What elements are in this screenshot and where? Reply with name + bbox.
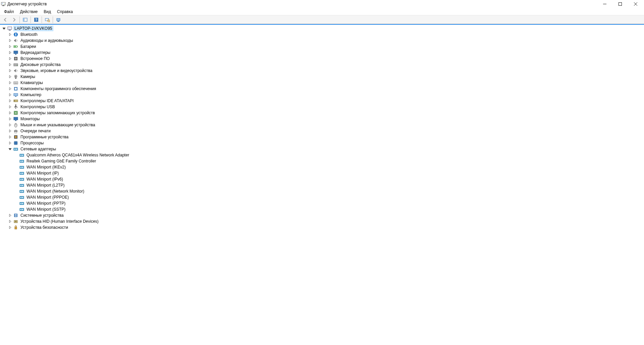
tree-category-node[interactable]: Аудиовходы и аудиовыходы (1, 38, 644, 44)
tree-category-node[interactable]: Видеоадаптеры (1, 50, 644, 56)
tree-device-label[interactable]: Realtek Gaming GbE Family Controller (25, 158, 97, 164)
tree-category-label[interactable]: Сетевые адаптеры (19, 146, 57, 152)
tree-category-node[interactable]: Контроллеры запоминающих устройств (1, 110, 644, 116)
tree-category-node[interactable]: Процессоры (1, 140, 644, 146)
tree-category-label[interactable]: Мониторы (19, 116, 41, 122)
expand-collapse-icon[interactable] (7, 98, 13, 104)
tree-category-label[interactable]: Встроенное ПО (19, 56, 51, 61)
tree-category-node[interactable]: Устройства безопасности (1, 224, 644, 230)
expand-collapse-icon[interactable] (7, 74, 13, 79)
tree-category-node[interactable]: Устройства HID (Human Interface Devices) (1, 218, 644, 224)
tree-device-node[interactable]: WAN Miniport (IKEv2) (1, 164, 644, 170)
expand-collapse-icon[interactable] (7, 50, 13, 55)
tree-category-label[interactable]: Клавиатуры (19, 80, 44, 85)
expand-collapse-icon[interactable] (7, 44, 13, 49)
expand-collapse-icon[interactable] (7, 219, 13, 224)
tree-category-node[interactable]: Системные устройства (1, 212, 644, 218)
expand-collapse-icon[interactable] (7, 104, 13, 110)
expand-collapse-icon[interactable] (7, 80, 13, 85)
expand-collapse-icon[interactable] (7, 68, 13, 73)
expand-collapse-icon[interactable] (7, 213, 13, 218)
tree-category-label[interactable]: Контроллеры запоминающих устройств (19, 110, 96, 116)
help-button[interactable]: ? (32, 16, 40, 23)
tree-root-label[interactable]: LAPTOP-1VKVKO95 (13, 26, 53, 31)
tree-category-node[interactable]: Встроенное ПО (1, 56, 644, 62)
minimize-button[interactable] (597, 0, 612, 8)
tree-device-label[interactable]: WAN Miniport (PPPOE) (25, 195, 70, 200)
tree-device-label[interactable]: WAN Miniport (IKEv2) (25, 164, 67, 170)
expand-collapse-icon[interactable] (7, 86, 13, 91)
tree-category-label[interactable]: Видеоадаптеры (19, 50, 51, 55)
tree-category-label[interactable]: Звуковые, игровые и видеоустройства (19, 68, 93, 73)
expand-collapse-icon[interactable] (7, 110, 13, 116)
tree-category-node[interactable]: Контроллеры IDE ATA/ATAPI (1, 98, 644, 104)
menu-view[interactable]: Вид (41, 9, 54, 15)
tree-device-label[interactable]: WAN Miniport (L2TP) (25, 183, 66, 188)
tree-device-label[interactable]: WAN Miniport (Network Monitor) (25, 189, 85, 194)
expand-collapse-icon[interactable] (7, 62, 13, 67)
tree-category-label[interactable]: Компьютер (19, 92, 42, 97)
tree-device-node[interactable]: WAN Miniport (IP) (1, 170, 644, 176)
tree-device-node[interactable]: WAN Miniport (PPTP) (1, 200, 644, 206)
tree-category-node[interactable]: Контроллеры USB (1, 104, 644, 110)
tree-category-node[interactable]: Сетевые адаптеры (1, 146, 644, 152)
tree-device-label[interactable]: Qualcomm Atheros QCA61x4A Wireless Netwo… (25, 152, 130, 158)
tree-category-label[interactable]: Очереди печати (19, 128, 52, 134)
close-button[interactable] (628, 0, 643, 8)
tree-category-node[interactable]: Очереди печати (1, 128, 644, 134)
tree-category-node[interactable]: Мониторы (1, 116, 644, 122)
tree-device-node[interactable]: Realtek Gaming GbE Family Controller (1, 158, 644, 164)
menu-file[interactable]: Файл (1, 9, 17, 15)
scan-hardware-button[interactable] (43, 16, 51, 23)
tree-category-node[interactable]: Bluetooth (1, 31, 644, 38)
tree-category-node[interactable]: Камеры (1, 74, 644, 80)
forward-button[interactable] (10, 16, 18, 23)
tree-category-label[interactable]: Мыши и иные указывающие устройства (19, 122, 96, 128)
expand-collapse-icon[interactable] (7, 32, 13, 37)
expand-collapse-icon[interactable] (7, 225, 13, 230)
expand-collapse-icon[interactable] (7, 134, 13, 140)
show-hide-console-tree-button[interactable] (21, 16, 29, 23)
tree-category-label[interactable]: Системные устройства (19, 213, 65, 218)
tree-category-node[interactable]: Клавиатуры (1, 80, 644, 86)
tree-device-node[interactable]: WAN Miniport (SSTP) (1, 206, 644, 212)
tree-device-node[interactable]: WAN Miniport (IPv6) (1, 176, 644, 182)
tree-category-node[interactable]: Дисковые устройства (1, 62, 644, 68)
tree-category-label[interactable]: Контроллеры IDE ATA/ATAPI (19, 98, 75, 104)
expand-collapse-icon[interactable] (7, 38, 13, 43)
tree-device-node[interactable]: Qualcomm Atheros QCA61x4A Wireless Netwo… (1, 152, 644, 158)
expand-collapse-icon[interactable] (1, 26, 7, 31)
tree-category-label[interactable]: Программные устройства (19, 134, 69, 140)
tree-category-node[interactable]: Программные устройства (1, 134, 644, 140)
tree-category-label[interactable]: Контроллеры USB (19, 104, 56, 110)
expand-collapse-icon[interactable] (7, 128, 13, 134)
tree-device-node[interactable]: WAN Miniport (PPPOE) (1, 194, 644, 200)
tree-category-label[interactable]: Устройства HID (Human Interface Devices) (19, 219, 100, 224)
tree-category-node[interactable]: Звуковые, игровые и видеоустройства (1, 68, 644, 74)
expand-collapse-icon[interactable] (7, 92, 13, 97)
tree-device-label[interactable]: WAN Miniport (IP) (25, 170, 60, 176)
tree-category-label[interactable]: Компоненты программного обеспечения (19, 86, 97, 91)
tree-category-label[interactable]: Батареи (19, 44, 37, 49)
expand-collapse-icon[interactable] (7, 56, 13, 61)
tree-category-node[interactable]: Мыши и иные указывающие устройства (1, 122, 644, 128)
expand-collapse-icon[interactable] (7, 116, 13, 122)
expand-collapse-icon[interactable] (7, 140, 13, 146)
menu-help[interactable]: Справка (54, 9, 75, 15)
back-button[interactable] (1, 16, 9, 23)
tree-category-label[interactable]: Bluetooth (19, 32, 39, 37)
tree-category-label[interactable]: Устройства безопасности (19, 225, 69, 230)
expand-collapse-icon[interactable] (7, 122, 13, 128)
tree-category-label[interactable]: Аудиовходы и аудиовыходы (19, 38, 74, 43)
maximize-button[interactable] (612, 0, 628, 8)
tree-device-label[interactable]: WAN Miniport (IPv6) (25, 177, 64, 182)
tree-device-node[interactable]: WAN Miniport (L2TP) (1, 182, 644, 188)
tree-category-label[interactable]: Дисковые устройства (19, 62, 62, 67)
tree-category-node[interactable]: Батареи (1, 44, 644, 50)
tree-device-node[interactable]: WAN Miniport (Network Monitor) (1, 188, 644, 194)
expand-collapse-icon[interactable] (7, 146, 13, 152)
tree-device-label[interactable]: WAN Miniport (SSTP) (25, 207, 66, 212)
tree-category-node[interactable]: Компоненты программного обеспечения (1, 86, 644, 92)
tree-root-node[interactable]: LAPTOP-1VKVKO95 (1, 25, 644, 31)
tree-device-label[interactable]: WAN Miniport (PPTP) (25, 201, 66, 206)
